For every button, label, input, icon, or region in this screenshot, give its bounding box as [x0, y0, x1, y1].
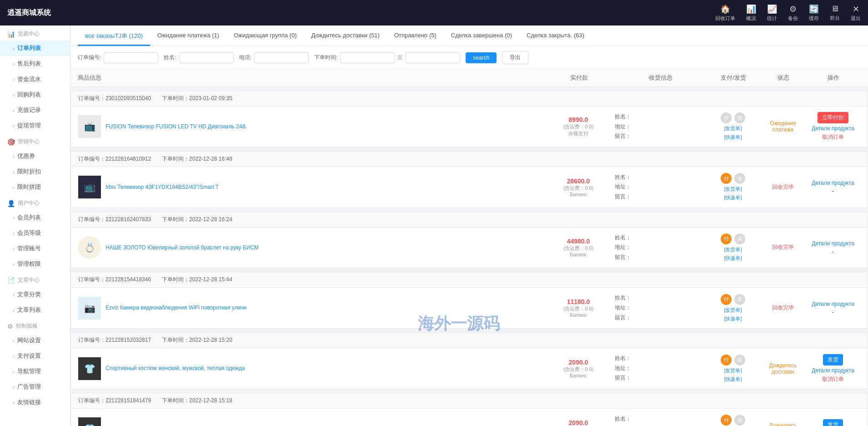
tab-all-orders[interactable]: все заказыТJ单 (120): [78, 25, 150, 46]
export-button[interactable]: 导出: [502, 51, 528, 64]
sidebar-item-fund-flow[interactable]: 资金流水: [0, 71, 70, 87]
ship-doc2-5[interactable]: [快递单]: [724, 376, 742, 383]
nav-cache[interactable]: 🔄 缓存: [809, 4, 819, 22]
sidebar-item-time-discount[interactable]: 限时折扣: [0, 164, 70, 179]
ship-ship-icon-1[interactable]: 发: [734, 112, 745, 123]
order-row-2: 📺 Irbis Телевизор 43F1YDX184BS2/43"/Smar…: [71, 167, 868, 208]
tab-shipped[interactable]: Отправлено (5): [387, 25, 444, 46]
detail-btn-4[interactable]: Детали продукта: [812, 301, 854, 307]
amount-sub-4: (含运费：0.0): [542, 305, 615, 312]
ship-pay-icon-1[interactable]: 付: [721, 112, 732, 123]
nav-order-back[interactable]: 🏠 回收订单: [715, 4, 735, 22]
sidebar-item-article-list[interactable]: 文章列表: [0, 302, 70, 318]
sidebar-item-payment-settings[interactable]: 支付设置: [0, 348, 70, 364]
sidebar-item-member-level[interactable]: 会员等级: [0, 225, 70, 241]
sidebar-section-transaction: 📊 交易中心: [0, 25, 70, 41]
control-section-icon: ⚙: [7, 323, 13, 330]
detail-btn-3[interactable]: Детали продукта: [812, 240, 854, 247]
nav-stats[interactable]: 📈 统计: [767, 4, 777, 22]
ship-doc2-1[interactable]: [快递单]: [724, 134, 742, 141]
nav-logout[interactable]: ✕ 退出: [851, 4, 861, 22]
order-no-label: 订单编号:: [78, 54, 101, 61]
ship-ship-icon-3[interactable]: 发: [734, 233, 745, 244]
ship-doc2-4[interactable]: [快递单]: [724, 315, 742, 322]
ship-ship-icon-5[interactable]: 发: [734, 355, 745, 365]
receiver-note-2: 留言：: [615, 192, 706, 202]
tab-completed[interactable]: Сделка завершена (0): [444, 25, 519, 46]
pay-btn-1[interactable]: 立即付款: [818, 112, 848, 123]
order-time-4: 下单时间：2022-12-28 15:44: [162, 276, 232, 284]
tab-closed[interactable]: Сделка закрыта. (63): [519, 25, 592, 46]
sidebar-item-withdrawal[interactable]: 提现管理: [0, 118, 70, 133]
order-header-3: 订单编号：221228162407833 下单时间：2022-12-28 16:…: [71, 212, 868, 228]
ship-pay-icon-5[interactable]: 付: [721, 355, 732, 365]
order-header-5: 订单编号：221228152032817 下单时间：2022-12-28 15:…: [71, 333, 868, 348]
product-name-3[interactable]: НАШЕ ЗОЛОТО Ювелирный золотой браслет на…: [105, 244, 259, 252]
nav-frontend[interactable]: 🖥 前台: [830, 4, 840, 21]
ship-ship-icon-2[interactable]: 发: [734, 173, 745, 184]
tab-waiting-delivery[interactable]: Дождитесь доставки (51): [304, 25, 386, 46]
sidebar-item-manage-account[interactable]: 管理账号: [0, 241, 70, 256]
detail-btn-1[interactable]: Детали продукта: [812, 125, 854, 132]
product-name-5[interactable]: Спортивный костюм женский, мужской, тепл…: [105, 365, 245, 372]
sidebar-item-article-category[interactable]: 文章分类: [0, 287, 70, 302]
order-no-input[interactable]: [104, 52, 158, 63]
table-header: 商品信息 实付款 收货信息 支付/发货 状态 操作: [70, 69, 868, 87]
ship-doc2-2[interactable]: [快递单]: [724, 194, 742, 201]
detail-btn-2[interactable]: Детали продукта: [812, 180, 854, 186]
ship-doc1-3[interactable]: [发货单]: [724, 246, 742, 253]
phone-input[interactable]: [254, 52, 309, 63]
sidebar-item-manage-permission[interactable]: 管理权限: [0, 256, 70, 272]
tab-waiting-payment[interactable]: Ожидание платежа (1): [150, 25, 226, 46]
name-input[interactable]: [179, 52, 234, 63]
col-actual-payment: 实付款: [542, 74, 615, 82]
status-badge-5: Дождитесь доставки: [760, 361, 806, 376]
ship-ship-icon-4[interactable]: 发: [734, 294, 745, 305]
sidebar: 📊 交易中心 订单列表 售后列表 资金流水 回购列表 充值记录 提现管理 🎯 营…: [0, 25, 70, 426]
sidebar-item-member-list[interactable]: 会员列表: [0, 210, 70, 225]
sidebar-item-order-list[interactable]: 订单列表: [0, 41, 70, 56]
tab-waiting-group[interactable]: Ожидающая группа (0): [226, 25, 304, 46]
cancel-btn-1[interactable]: 取消订单: [822, 133, 844, 141]
ship-btn-5[interactable]: 发货: [823, 354, 843, 365]
ship-doc1-5[interactable]: [发货单]: [724, 367, 742, 374]
sidebar-item-friend-links[interactable]: 友情链接: [0, 395, 70, 410]
ship-doc1-2[interactable]: [发货单]: [724, 186, 742, 193]
sidebar-item-site-settings[interactable]: 网站设置: [0, 333, 70, 348]
product-name-4[interactable]: Ezviz Камера видеонаблюдения WiFi поворо…: [105, 304, 246, 312]
nav-overview[interactable]: 📊 概况: [746, 4, 756, 22]
date-to-input[interactable]: [406, 52, 460, 63]
sidebar-item-coupons[interactable]: 优惠券: [0, 148, 70, 164]
amount-sub-5: (含运费：0.0): [542, 366, 615, 373]
user-section-icon: 👤: [7, 200, 15, 207]
ship-pay-icon-2[interactable]: 付: [721, 173, 732, 184]
search-button[interactable]: search: [466, 52, 497, 63]
ship-doc2-3[interactable]: [快递单]: [724, 255, 742, 262]
ship-ship-icon-6[interactable]: 发: [734, 415, 745, 426]
sidebar-item-recharge[interactable]: 充值记录: [0, 102, 70, 118]
ship-pay-icon-4[interactable]: 付: [721, 294, 732, 305]
col-action: 操作: [806, 74, 861, 82]
nav-backup[interactable]: ⚙ 备份: [788, 4, 798, 22]
action-col-2: Детали продукта -: [806, 180, 860, 194]
ship-doc1-4[interactable]: [发货单]: [724, 307, 742, 314]
sidebar-item-aftersale[interactable]: 售后列表: [0, 56, 70, 71]
order-time-label: 下单时间:: [314, 54, 337, 61]
ship-pay-icon-6[interactable]: 付: [721, 415, 732, 426]
sidebar-item-repurchase[interactable]: 回购列表: [0, 87, 70, 102]
status-badge-2: 回收完毕: [768, 183, 798, 192]
sidebar-item-ad-manage[interactable]: 广告管理: [0, 379, 70, 395]
product-thumb-4: 📷: [78, 297, 101, 320]
sidebar-item-nav-manage[interactable]: 导航管理: [0, 364, 70, 379]
ship-btn-6[interactable]: 发货: [823, 419, 843, 426]
sidebar-item-time-group[interactable]: 限时拼团: [0, 179, 70, 195]
amount-col-3: 44980.0 (含运费：0.0) Баланс: [542, 238, 615, 257]
detail-btn-5[interactable]: Детали продукта: [812, 367, 854, 374]
date-from-input[interactable]: [340, 52, 395, 63]
product-name-2[interactable]: Irbis Телевизор 43F1YDX184BS2/43"/Smart …: [105, 183, 219, 191]
amount-col-5: 2090.0 (含运费：0.0) Баланс: [542, 359, 615, 378]
product-name-1[interactable]: FUSION Телевизор FUSION LED TV HD Диагон…: [105, 123, 246, 131]
ship-pay-icon-3[interactable]: 付: [721, 233, 732, 244]
ship-doc1-1[interactable]: [发货单]: [724, 125, 742, 132]
cancel-btn-5[interactable]: 取消订单: [822, 375, 844, 383]
